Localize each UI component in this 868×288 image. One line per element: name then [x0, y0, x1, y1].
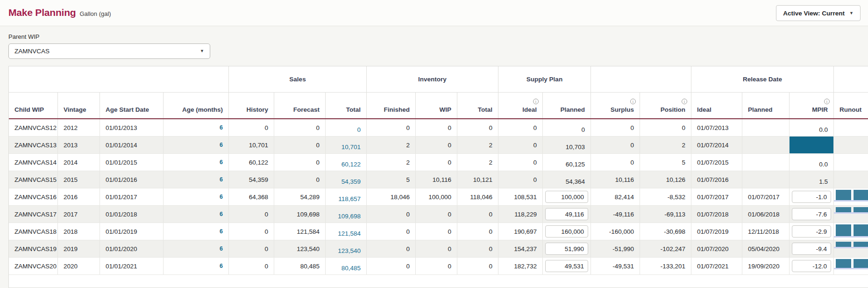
mpir-input[interactable] — [792, 225, 831, 238]
cell-supply-planned — [542, 240, 591, 257]
planned-input[interactable] — [545, 243, 588, 255]
cell-value: 2020 — [64, 263, 78, 270]
cell-value: 2015 — [64, 176, 78, 183]
planned-value: 10,703 — [566, 144, 585, 151]
group-header-blank-4 — [591, 66, 691, 92]
cell-release-ideal: 01/07/2020 — [691, 240, 742, 257]
sales-total-link[interactable]: 0 — [357, 126, 361, 133]
cell-runout — [833, 137, 868, 153]
cell-child-wip: ZAMNVCAS19 — [9, 240, 57, 257]
group-header-inventory: Inventory — [366, 66, 498, 92]
sales-total-link[interactable]: 54,359 — [342, 178, 361, 185]
cell-value: 118,046 — [470, 194, 492, 201]
mpir-input[interactable] — [792, 243, 831, 255]
cell-value: 0 — [448, 228, 451, 235]
cell-value: 0 — [264, 124, 268, 131]
cell-value: 0 — [533, 176, 537, 183]
cell-supply-planned: 10,703 — [542, 137, 591, 153]
age-months-link[interactable]: 6 — [220, 124, 223, 131]
cell-sales-history: 64,368 — [228, 188, 274, 205]
cell-mpir: 0.0 — [789, 154, 833, 171]
cell-mpir — [789, 258, 833, 274]
sales-total-link[interactable]: 118,657 — [338, 195, 361, 202]
age-months-link[interactable]: 6 — [220, 245, 223, 252]
cell-surplus: -51,990 — [591, 240, 640, 257]
runout-bar — [836, 242, 851, 247]
cell-value: 01/07/2016 — [697, 176, 729, 183]
column-header-label: Position — [661, 106, 685, 113]
cell-value: 01/01/2016 — [106, 176, 137, 183]
info-icon[interactable]: i — [630, 99, 636, 104]
cell-vintage: 2020 — [57, 258, 100, 274]
age-months-link[interactable]: 6 — [220, 142, 223, 148]
cell-release-planned: 01/07/2017 — [742, 188, 789, 205]
planned-value: 0 — [581, 126, 585, 133]
cell-value: 0 — [316, 142, 320, 149]
column-header-label: Total — [478, 106, 492, 113]
cell-sales-history: 0 — [228, 240, 274, 257]
sales-total-link[interactable]: 123,540 — [338, 247, 361, 254]
col-header-sales-total: Total — [325, 93, 366, 118]
cell-surplus: 0 — [591, 154, 640, 171]
parent-wip-select[interactable]: ZAMNVCAS ▼ — [8, 43, 210, 59]
col-header-child-wip: Child WIP — [9, 93, 57, 118]
runout-bar — [836, 259, 851, 268]
cell-inv-total: 2 — [457, 137, 498, 153]
col-header-supply-planned: Planned — [542, 93, 591, 118]
cell-value: -102,247 — [661, 245, 685, 252]
cell-value: 05/04/2020 — [748, 245, 780, 252]
cell-supply-ideal: 0 — [498, 171, 542, 188]
cell-value: 01/01/2019 — [106, 228, 137, 235]
table-row: ZAMNVCAS20202001/01/20216080,48580,48500… — [9, 258, 868, 275]
mpir-input[interactable] — [792, 191, 831, 203]
sales-total-link[interactable]: 10,701 — [342, 144, 361, 151]
cell-value: 123,540 — [297, 245, 320, 252]
mpir-input[interactable] — [792, 260, 831, 272]
planned-input[interactable] — [545, 208, 588, 220]
info-icon[interactable]: i — [682, 99, 687, 104]
column-header-row: Child WIPVintageAge Start DateAge (month… — [9, 93, 868, 119]
age-months-link[interactable]: 6 — [220, 176, 223, 183]
cell-supply-ideal: 0 — [498, 137, 542, 153]
sales-total-link[interactable]: 80,485 — [342, 265, 361, 272]
unit-label: Gallon (gal) — [79, 10, 111, 17]
cell-position: 0 — [640, 119, 691, 136]
cell-value: 82,414 — [615, 194, 634, 201]
table-row: ZAMNVCAS15201501/01/2016654,359054,35951… — [9, 171, 868, 188]
planned-input[interactable] — [545, 260, 588, 272]
cell-supply-planned — [542, 258, 591, 274]
age-months-link[interactable]: 6 — [220, 211, 223, 217]
planned-input[interactable] — [545, 191, 588, 203]
sales-total-link[interactable]: 121,584 — [338, 230, 361, 237]
cell-age-months: 6 — [163, 258, 228, 274]
cell-value: 2 — [682, 142, 685, 149]
select-chevron-down-icon: ▼ — [200, 49, 204, 53]
mpir-input[interactable] — [792, 208, 831, 220]
active-view-button[interactable]: Active View: Current ▼ — [776, 5, 861, 21]
cell-inv-wip: 0 — [415, 206, 457, 223]
cell-value: 0 — [264, 211, 268, 218]
age-months-link[interactable]: 6 — [220, 194, 223, 200]
cell-surplus: 0 — [591, 119, 640, 136]
info-icon[interactable]: i — [824, 99, 830, 104]
runout-bar — [836, 190, 851, 200]
age-months-link[interactable]: 6 — [220, 228, 223, 235]
info-icon[interactable]: i — [533, 99, 539, 104]
group-header-label: Inventory — [418, 76, 447, 83]
cell-position: -133,201 — [640, 258, 691, 274]
planned-input[interactable] — [545, 225, 588, 238]
cell-sales-total: 54,359 — [325, 171, 366, 188]
cell-release-ideal: 01/07/2013 — [691, 119, 742, 136]
cell-value: 0 — [448, 211, 451, 218]
age-months-link[interactable]: 6 — [220, 159, 223, 166]
sales-total-link[interactable]: 60,122 — [342, 161, 361, 168]
cell-release-planned — [742, 137, 789, 153]
cell-release-planned: 01/06/2018 — [742, 206, 789, 223]
cell-release-ideal: 01/07/2021 — [691, 258, 742, 274]
age-months-link[interactable]: 6 — [220, 263, 223, 269]
sales-total-link[interactable]: 109,698 — [338, 213, 361, 220]
cell-supply-ideal: 118,229 — [498, 206, 542, 223]
cell-age-months: 6 — [163, 154, 228, 171]
cell-age-months: 6 — [163, 137, 228, 153]
cell-value: 01/01/2020 — [106, 245, 137, 252]
